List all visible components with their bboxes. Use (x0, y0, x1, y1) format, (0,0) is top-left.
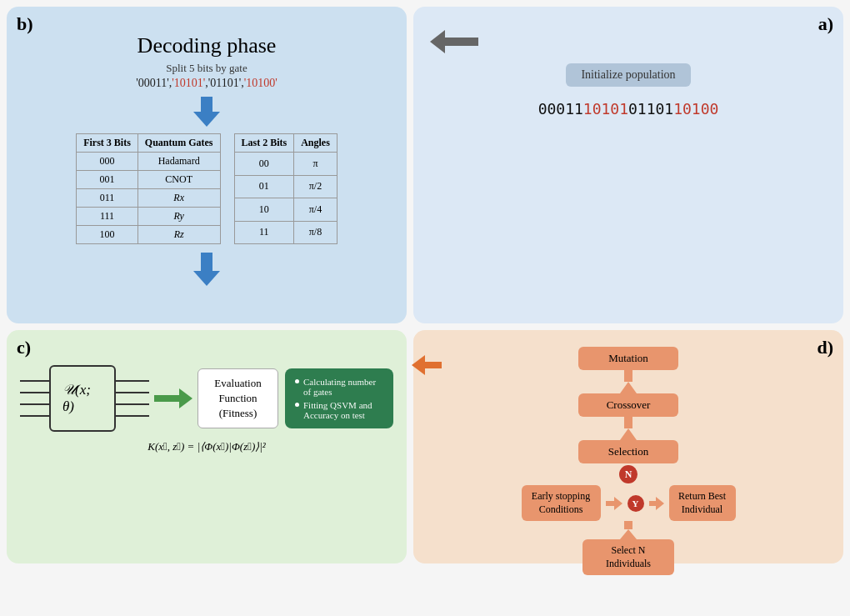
arrow-d-to-b (430, 30, 827, 53)
main-layout: b) Decoding phase Split 5 bits by gate '… (0, 0, 850, 616)
input-wires (20, 380, 49, 417)
arrow-down-2 (20, 253, 393, 286)
bullet-1 (295, 379, 299, 383)
wire-in-2 (20, 392, 49, 393)
label-c: c) (17, 337, 31, 358)
fitness-item-2: Fitting QSVM and Accuracy on test (295, 400, 383, 420)
tables-row: First 3 Bits Quantum Gates 000Hadamard 0… (20, 133, 393, 244)
arrow-up-2 (620, 417, 637, 440)
table-row: 10π/4 (234, 198, 337, 222)
circuit-symbol: 𝒰(x; θ) (62, 382, 102, 415)
split-text: Split 5 bits by gate (20, 62, 393, 75)
section-b: b) Decoding phase Split 5 bits by gate '… (7, 7, 407, 323)
arrow-down-1 (20, 97, 393, 127)
d-flow: Mutation Crossover Selection N (427, 347, 830, 575)
table-row: 100Rz (77, 226, 220, 244)
section-d: d) Mutation Crossover (413, 330, 843, 563)
wire-in-1 (20, 380, 49, 382)
mutation-box: Mutation (578, 347, 678, 370)
table-row: 111Ry (77, 208, 220, 226)
wire-out-4 (116, 415, 149, 417)
circuit-box: 𝒰(x; θ) (49, 365, 116, 432)
return-best-box: Return BestIndividual (669, 485, 736, 521)
arrow-right-y (606, 497, 622, 510)
eval-function-box: EvaluationFunction (Fitness) (198, 368, 278, 429)
arrow-up-3 (620, 521, 637, 539)
select-n-box: Select NIndividuals (582, 539, 674, 575)
table-row: 00π (234, 153, 337, 176)
arrow-up-1 (620, 370, 637, 393)
section-a: a) Initialize population 000111010101101… (413, 7, 843, 323)
wire-in-3 (20, 403, 49, 405)
bits-display: '00011','10101','01101','10100' (20, 77, 393, 90)
fitness-item-1: Calculating number of gates (295, 377, 383, 397)
arrow-right-2 (649, 497, 664, 510)
y-badge: Y (628, 495, 644, 512)
bottom-section: c) 𝒰( (7, 330, 843, 563)
selection-box: Selection (578, 440, 678, 463)
decoding-title: Decoding phase (20, 33, 393, 58)
table-row: 000Hadamard (77, 153, 220, 171)
arrow-b-to-d (412, 355, 442, 375)
binary-string: 00011101010110110100 (538, 100, 719, 118)
crossover-box: Crossover (578, 393, 678, 417)
init-pop-box: Initialize population (566, 63, 690, 87)
label-b: b) (17, 13, 33, 35)
label-a: a) (818, 13, 833, 35)
wire-out-2 (116, 392, 149, 393)
table-row: 11π/8 (234, 221, 337, 244)
bullet-2 (295, 403, 299, 407)
wire-out-1 (116, 380, 149, 382)
table-row: 01π/2 (234, 175, 337, 198)
arrow-right-green (154, 388, 192, 408)
table-row: 001CNOT (77, 171, 220, 189)
table-row: 011Rx (77, 189, 220, 208)
circuit-area: 𝒰(x; θ) EvaluationFunction (Fitness) (20, 365, 393, 432)
early-stopping-box: Early stoppingConditions (522, 485, 601, 521)
fitness-box: Calculating number of gates Fitting QSVM… (285, 368, 393, 428)
init-section: Initialize population 000111010101101101… (430, 63, 827, 118)
section-c: c) 𝒰( (7, 330, 407, 563)
table-last-2-bits: Last 2 Bits Angles 00π 01π/2 10π/4 (234, 133, 338, 244)
wire-in-4 (20, 415, 49, 417)
formula: K(x⃗, z⃗) = |⟨Φ(x⃗)|Φ(z⃗)⟩|² (20, 440, 393, 453)
n-badge: N (619, 465, 638, 483)
wire-out-3 (116, 403, 149, 405)
top-section: b) Decoding phase Split 5 bits by gate '… (7, 7, 843, 323)
early-stopping-row: Early stoppingConditions Y Return BestIn… (522, 485, 736, 521)
table-first-3-bits: First 3 Bits Quantum Gates 000Hadamard 0… (76, 133, 220, 244)
label-d: d) (817, 337, 833, 358)
output-wires (116, 380, 149, 417)
